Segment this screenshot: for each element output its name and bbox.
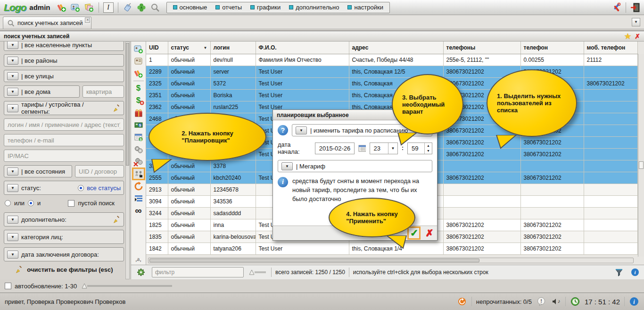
funnel-filter-icon[interactable] [613, 266, 625, 278]
info-icon[interactable]: i [629, 296, 639, 307]
scrollbar-thumb[interactable] [149, 259, 479, 262]
device-payment-icon[interactable]: $ [132, 119, 145, 131]
chevron-down-icon[interactable]: ▼ [7, 168, 18, 176]
menu-item-charts[interactable]: графики [246, 2, 285, 13]
ipmac-field[interactable] [8, 152, 120, 159]
apartment-field[interactable] [86, 88, 120, 95]
autorefresh-slider[interactable] [80, 282, 174, 290]
chevron-down-icon[interactable]: ▼ [7, 88, 18, 96]
clear-broom-icon[interactable] [112, 215, 121, 224]
text-tool-icon[interactable]: I [103, 2, 114, 13]
houses-dropdown[interactable]: ▼| все дома [4, 85, 80, 98]
all-statuses-label[interactable]: все статусы [87, 184, 121, 192]
add-account-icon[interactable] [132, 43, 145, 55]
info-icon[interactable]: i [629, 266, 641, 278]
add-account-icon[interactable] [70, 2, 81, 13]
favorite-star-icon[interactable]: ★ [625, 32, 631, 41]
spin-up-icon[interactable]: ▲ [425, 143, 432, 149]
search-icon[interactable] [150, 2, 160, 13]
tariff-dropdown[interactable]: ▼ | Мегариф [278, 160, 432, 172]
menu-item-additional[interactable]: дополнительно [285, 2, 343, 13]
chevron-down-icon[interactable]: ▼ [7, 251, 18, 259]
row-height-slider[interactable] [248, 268, 267, 276]
tab-account-search[interactable]: поиск учетных записей × [3, 17, 91, 29]
column-phone[interactable]: телефон [520, 42, 584, 54]
table-vertical-scrollbar[interactable] [638, 54, 644, 257]
states-dropdown[interactable]: ▼| все состояния [4, 165, 72, 177]
clock-icon[interactable] [570, 296, 580, 307]
clear-broom-icon[interactable] [112, 104, 121, 112]
uid-input[interactable] [75, 165, 124, 177]
empty-search-checkbox[interactable] [68, 200, 74, 207]
chevron-down-icon[interactable]: ▼ [7, 104, 18, 112]
sound-icon[interactable]: ♪ [551, 296, 561, 307]
category-section[interactable]: ▼ категория лиц: [4, 230, 124, 244]
cancel-button[interactable]: ✗ [425, 227, 433, 239]
scrollbar-thumb[interactable] [639, 161, 644, 169]
tariffs-section[interactable]: ▼ тарифы / устройства / сегменты: [4, 101, 124, 115]
phone-email-input[interactable] [4, 134, 124, 146]
column-login[interactable]: логин [210, 42, 256, 54]
login-search-input[interactable] [4, 118, 124, 131]
exit-icon[interactable] [630, 2, 640, 13]
and-radio[interactable] [28, 200, 34, 206]
tools-icon[interactable] [611, 2, 622, 13]
calendar-payment-icon[interactable]: $ [132, 131, 145, 143]
infinity-icon[interactable]: ∞ [132, 205, 145, 217]
edit-add-icon[interactable] [132, 67, 145, 79]
table-row[interactable]: 2289обычныйserverTest Userthis, Словацка… [146, 66, 637, 77]
table-filter-field[interactable] [155, 269, 240, 276]
status-section[interactable]: ▼ статус: все статусы [4, 181, 124, 195]
menu-item-settings[interactable]: настройки [343, 2, 388, 13]
chevron-down-icon[interactable]: ▼ [7, 184, 18, 192]
column-address[interactable]: адрес [349, 42, 443, 54]
autorefresh-checkbox[interactable] [5, 283, 11, 289]
tab-close-icon[interactable]: × [85, 17, 90, 23]
column-fio[interactable]: Ф.И.О. [256, 42, 349, 54]
streets-dropdown[interactable]: ▼| все улицы [4, 70, 124, 82]
column-uid[interactable]: UID [146, 42, 168, 54]
chevron-down-icon[interactable]: ▼ [388, 143, 397, 154]
refresh-messages-icon[interactable] [457, 296, 467, 307]
clear-all-filters-button[interactable]: очистить все фильтры (esc) [4, 265, 124, 274]
payment-icon[interactable]: $ [132, 82, 145, 94]
calendar-icon[interactable] [358, 144, 366, 152]
service-remove-icon[interactable] [132, 156, 145, 168]
chevron-down-icon[interactable]: ▼ [7, 57, 18, 65]
menu-item-main[interactable]: основные [169, 2, 212, 13]
tab-list-dropdown-icon[interactable]: ▼ [632, 18, 640, 26]
apply-button[interactable]: ✓ [407, 226, 421, 240]
service-icon[interactable] [132, 143, 145, 155]
sidebar-scrollbar[interactable] [125, 42, 130, 279]
chevron-down-icon[interactable]: ▼ [7, 216, 18, 224]
settings-gear-icon[interactable] [135, 267, 147, 278]
queue-icon[interactable] [132, 193, 145, 204]
uid-field[interactable] [79, 168, 120, 175]
payment-remove-icon[interactable]: $ [132, 94, 145, 106]
column-status[interactable]: статус▼ [168, 42, 210, 54]
settlements-dropdown[interactable]: ▼| все населенные пункты [4, 42, 124, 51]
chevron-down-icon[interactable]: ▼ [7, 233, 18, 241]
clover-icon[interactable] [136, 2, 147, 13]
table-filter-input[interactable] [152, 267, 244, 277]
help-icon[interactable]: ? [278, 125, 288, 135]
column-mobile[interactable]: моб. телефон [584, 42, 637, 54]
table-horizontal-scrollbar[interactable] [148, 258, 634, 263]
panel-close-icon[interactable]: ✗ [635, 33, 640, 40]
spin-down-icon[interactable]: ▼ [425, 148, 432, 154]
chevron-down-icon[interactable]: ▼ [296, 126, 307, 134]
phone-email-field[interactable] [8, 137, 120, 144]
scrollbar-thumb[interactable] [126, 43, 129, 166]
chevron-down-icon[interactable]: ▼ [7, 42, 18, 49]
contract-date-section[interactable]: ▼ дата заключения договора: [4, 247, 124, 261]
alert-balloon-icon[interactable]: ! [536, 296, 546, 307]
account-card-icon[interactable] [132, 55, 145, 67]
all-statuses-radio[interactable] [78, 185, 84, 191]
menu-item-reports[interactable]: отчеты [211, 2, 246, 13]
rename-icon[interactable]: ,a, [132, 253, 145, 265]
login-search-field[interactable] [8, 121, 120, 128]
tag-icon[interactable] [123, 2, 133, 13]
apartment-input[interactable] [83, 85, 124, 98]
chevron-down-icon[interactable]: ▼ [281, 162, 293, 170]
districts-dropdown[interactable]: ▼| все районы [4, 54, 124, 67]
